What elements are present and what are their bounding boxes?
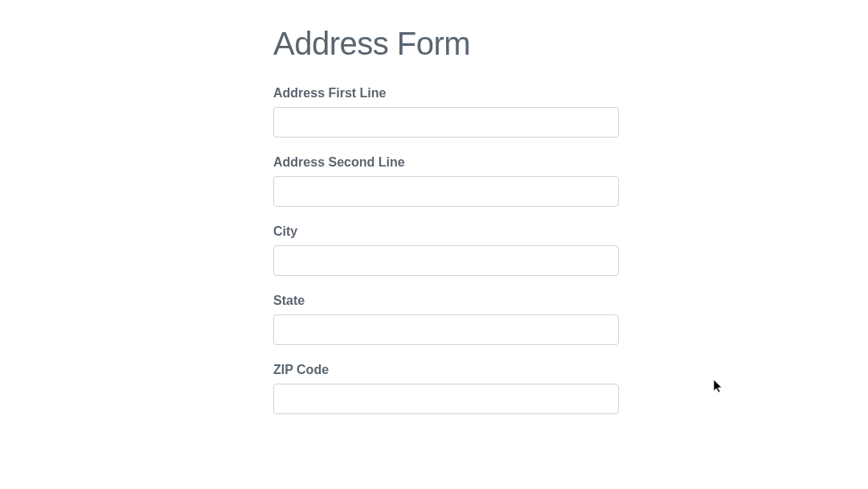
form-group-zip-code: ZIP Code — [273, 363, 619, 414]
form-container: Address Form Address First Line Address … — [273, 0, 619, 414]
form-group-address-first-line: Address First Line — [273, 86, 619, 138]
form-group-city: City — [273, 224, 619, 276]
input-city[interactable] — [273, 245, 619, 276]
cursor-icon — [713, 380, 724, 394]
label-address-first-line: Address First Line — [273, 86, 619, 101]
form-group-address-second-line: Address Second Line — [273, 155, 619, 207]
label-address-second-line: Address Second Line — [273, 155, 619, 170]
form-group-state: State — [273, 294, 619, 345]
label-state: State — [273, 294, 619, 308]
page-title: Address Form — [273, 26, 619, 62]
label-zip-code: ZIP Code — [273, 363, 619, 377]
label-city: City — [273, 224, 619, 239]
input-zip-code[interactable] — [273, 384, 619, 414]
input-address-first-line[interactable] — [273, 107, 619, 138]
input-state[interactable] — [273, 314, 619, 345]
input-address-second-line[interactable] — [273, 176, 619, 207]
